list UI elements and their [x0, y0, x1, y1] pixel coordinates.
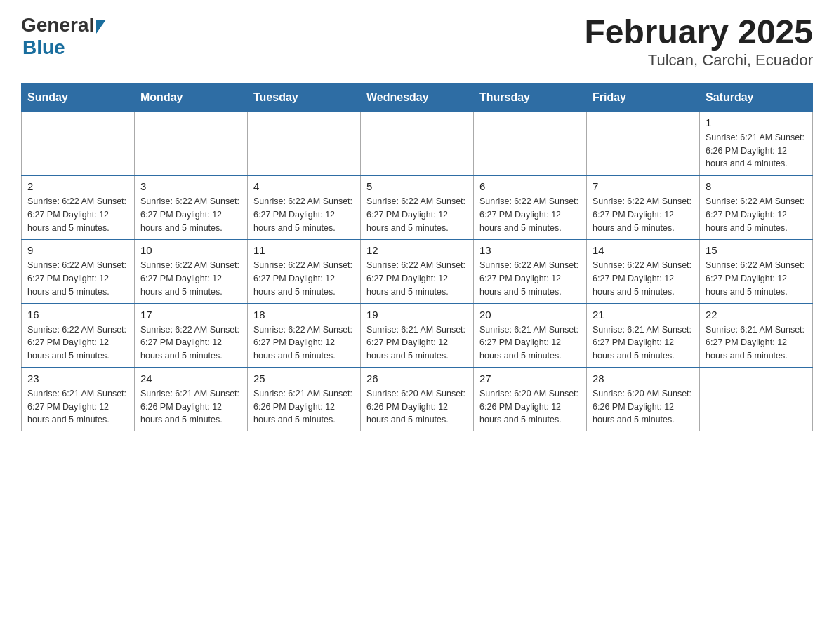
day-info: Sunrise: 6:22 AM Sunset: 6:27 PM Dayligh…	[253, 259, 355, 298]
day-info: Sunrise: 6:22 AM Sunset: 6:27 PM Dayligh…	[706, 259, 807, 298]
day-number: 22	[706, 309, 807, 321]
calendar-cell: 8Sunrise: 6:22 AM Sunset: 6:27 PM Daylig…	[700, 175, 813, 239]
calendar-cell: 2Sunrise: 6:22 AM Sunset: 6:27 PM Daylig…	[22, 175, 135, 239]
day-number: 21	[593, 309, 694, 321]
page-title: February 2025	[584, 14, 813, 51]
day-number: 4	[253, 180, 355, 192]
header-saturday: Saturday	[700, 83, 813, 112]
calendar-cell: 17Sunrise: 6:22 AM Sunset: 6:27 PM Dayli…	[135, 304, 248, 368]
day-number: 16	[27, 309, 128, 321]
calendar-cell: 19Sunrise: 6:21 AM Sunset: 6:27 PM Dayli…	[361, 304, 474, 368]
header-tuesday: Tuesday	[248, 83, 361, 112]
day-info: Sunrise: 6:21 AM Sunset: 6:27 PM Dayligh…	[366, 323, 468, 363]
day-info: Sunrise: 6:22 AM Sunset: 6:27 PM Dayligh…	[27, 195, 128, 234]
calendar-cell: 10Sunrise: 6:22 AM Sunset: 6:27 PM Dayli…	[135, 239, 248, 303]
header-wednesday: Wednesday	[361, 83, 474, 112]
day-info: Sunrise: 6:21 AM Sunset: 6:27 PM Dayligh…	[706, 323, 807, 363]
calendar-cell: 26Sunrise: 6:20 AM Sunset: 6:26 PM Dayli…	[361, 368, 474, 431]
day-number: 1	[706, 116, 807, 128]
day-info: Sunrise: 6:21 AM Sunset: 6:27 PM Dayligh…	[27, 387, 128, 427]
day-number: 27	[479, 373, 581, 384]
page-subtitle: Tulcan, Carchi, Ecuador	[584, 51, 813, 69]
day-info: Sunrise: 6:22 AM Sunset: 6:27 PM Dayligh…	[253, 323, 355, 363]
calendar-cell: 25Sunrise: 6:21 AM Sunset: 6:26 PM Dayli…	[248, 368, 361, 431]
header-friday: Friday	[587, 83, 700, 112]
day-info: Sunrise: 6:20 AM Sunset: 6:26 PM Dayligh…	[593, 387, 694, 427]
calendar-cell: 24Sunrise: 6:21 AM Sunset: 6:26 PM Dayli…	[135, 368, 248, 431]
page-header: General Blue February 2025 Tulcan, Carch…	[21, 14, 813, 69]
day-number: 26	[366, 373, 468, 384]
calendar-cell: 14Sunrise: 6:22 AM Sunset: 6:27 PM Dayli…	[587, 239, 700, 303]
day-info: Sunrise: 6:22 AM Sunset: 6:27 PM Dayligh…	[479, 195, 581, 234]
calendar-cell	[361, 112, 474, 175]
calendar-cell: 7Sunrise: 6:22 AM Sunset: 6:27 PM Daylig…	[587, 175, 700, 239]
calendar-cell: 4Sunrise: 6:22 AM Sunset: 6:27 PM Daylig…	[248, 175, 361, 239]
day-number: 18	[253, 309, 355, 321]
day-info: Sunrise: 6:22 AM Sunset: 6:27 PM Dayligh…	[140, 195, 241, 234]
day-info: Sunrise: 6:22 AM Sunset: 6:27 PM Dayligh…	[593, 259, 694, 298]
calendar-cell: 18Sunrise: 6:22 AM Sunset: 6:27 PM Dayli…	[248, 304, 361, 368]
day-number: 9	[27, 244, 128, 256]
logo-blue-text: Blue	[22, 36, 65, 59]
header-monday: Monday	[135, 83, 248, 112]
calendar-week-row: 1Sunrise: 6:21 AM Sunset: 6:26 PM Daylig…	[22, 112, 813, 175]
calendar-cell: 11Sunrise: 6:22 AM Sunset: 6:27 PM Dayli…	[248, 239, 361, 303]
calendar-cell: 23Sunrise: 6:21 AM Sunset: 6:27 PM Dayli…	[22, 368, 135, 431]
day-number: 10	[140, 244, 241, 256]
calendar-week-row: 23Sunrise: 6:21 AM Sunset: 6:27 PM Dayli…	[22, 368, 813, 431]
logo-triangle-icon	[96, 20, 106, 34]
calendar-cell: 13Sunrise: 6:22 AM Sunset: 6:27 PM Dayli…	[474, 239, 587, 303]
day-info: Sunrise: 6:22 AM Sunset: 6:27 PM Dayligh…	[706, 195, 807, 234]
day-number: 25	[253, 373, 355, 384]
day-info: Sunrise: 6:21 AM Sunset: 6:26 PM Dayligh…	[706, 131, 807, 170]
day-number: 28	[593, 373, 694, 384]
calendar-cell: 12Sunrise: 6:22 AM Sunset: 6:27 PM Dayli…	[361, 239, 474, 303]
day-number: 7	[593, 180, 694, 192]
weekday-header-row: Sunday Monday Tuesday Wednesday Thursday…	[22, 83, 813, 112]
day-info: Sunrise: 6:21 AM Sunset: 6:27 PM Dayligh…	[479, 323, 581, 363]
day-number: 6	[479, 180, 581, 192]
calendar-cell: 28Sunrise: 6:20 AM Sunset: 6:26 PM Dayli…	[587, 368, 700, 431]
day-info: Sunrise: 6:21 AM Sunset: 6:26 PM Dayligh…	[253, 387, 355, 427]
calendar-cell	[22, 112, 135, 175]
calendar-cell: 5Sunrise: 6:22 AM Sunset: 6:27 PM Daylig…	[361, 175, 474, 239]
calendar-cell: 9Sunrise: 6:22 AM Sunset: 6:27 PM Daylig…	[22, 239, 135, 303]
header-thursday: Thursday	[474, 83, 587, 112]
header-sunday: Sunday	[22, 83, 135, 112]
calendar-cell	[700, 368, 813, 431]
calendar-table: Sunday Monday Tuesday Wednesday Thursday…	[21, 83, 813, 431]
day-info: Sunrise: 6:22 AM Sunset: 6:27 PM Dayligh…	[140, 323, 241, 363]
day-number: 23	[27, 373, 128, 384]
calendar-cell	[474, 112, 587, 175]
day-number: 2	[27, 180, 128, 192]
day-number: 11	[253, 244, 355, 256]
day-number: 17	[140, 309, 241, 321]
calendar-cell	[135, 112, 248, 175]
calendar-cell: 20Sunrise: 6:21 AM Sunset: 6:27 PM Dayli…	[474, 304, 587, 368]
calendar-cell: 15Sunrise: 6:22 AM Sunset: 6:27 PM Dayli…	[700, 239, 813, 303]
calendar-cell	[587, 112, 700, 175]
day-info: Sunrise: 6:22 AM Sunset: 6:27 PM Dayligh…	[27, 323, 128, 363]
logo: General Blue	[21, 14, 106, 59]
day-info: Sunrise: 6:22 AM Sunset: 6:27 PM Dayligh…	[366, 259, 468, 298]
day-number: 15	[706, 244, 807, 256]
day-info: Sunrise: 6:21 AM Sunset: 6:26 PM Dayligh…	[140, 387, 241, 427]
day-info: Sunrise: 6:22 AM Sunset: 6:27 PM Dayligh…	[27, 259, 128, 298]
day-number: 14	[593, 244, 694, 256]
calendar-cell	[248, 112, 361, 175]
day-number: 19	[366, 309, 468, 321]
calendar-week-row: 16Sunrise: 6:22 AM Sunset: 6:27 PM Dayli…	[22, 304, 813, 368]
day-info: Sunrise: 6:22 AM Sunset: 6:27 PM Dayligh…	[253, 195, 355, 234]
day-info: Sunrise: 6:22 AM Sunset: 6:27 PM Dayligh…	[593, 195, 694, 234]
day-info: Sunrise: 6:22 AM Sunset: 6:27 PM Dayligh…	[479, 259, 581, 298]
day-number: 5	[366, 180, 468, 192]
calendar-cell: 3Sunrise: 6:22 AM Sunset: 6:27 PM Daylig…	[135, 175, 248, 239]
calendar-cell: 1Sunrise: 6:21 AM Sunset: 6:26 PM Daylig…	[700, 112, 813, 175]
title-area: February 2025 Tulcan, Carchi, Ecuador	[584, 14, 813, 69]
day-number: 3	[140, 180, 241, 192]
calendar-week-row: 9Sunrise: 6:22 AM Sunset: 6:27 PM Daylig…	[22, 239, 813, 303]
logo-general-text: General	[21, 14, 94, 36]
day-number: 12	[366, 244, 468, 256]
day-number: 13	[479, 244, 581, 256]
calendar-cell: 6Sunrise: 6:22 AM Sunset: 6:27 PM Daylig…	[474, 175, 587, 239]
